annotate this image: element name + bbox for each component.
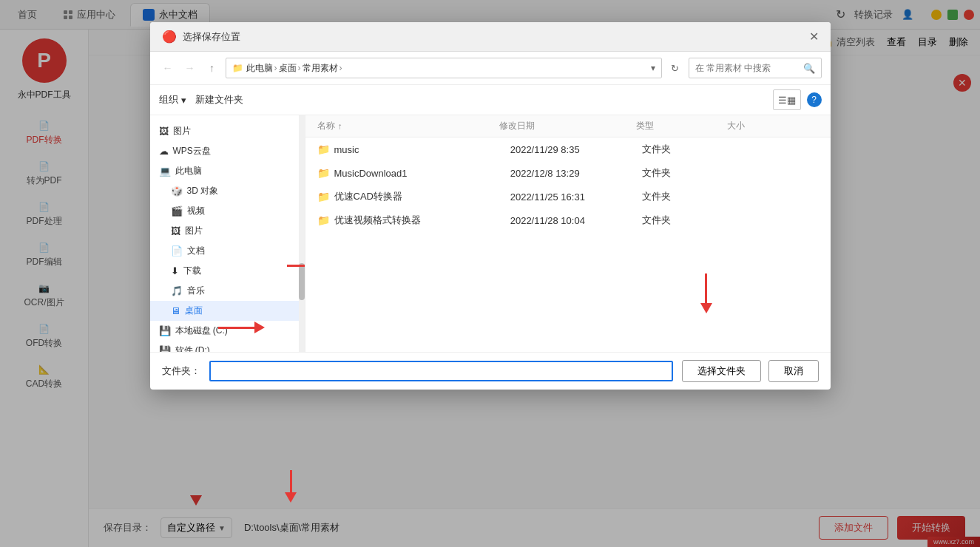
music-label: 音乐 (187, 285, 205, 297)
scrollbar-track[interactable] (299, 115, 305, 352)
organize-btn[interactable]: 组织 ▾ (159, 93, 186, 106)
col-date[interactable]: 修改日期 (499, 120, 636, 132)
spacer (305, 232, 831, 321)
help-btn[interactable]: ? (807, 92, 822, 107)
tree-item-soft-d[interactable]: 💾 软件 (D:) (150, 341, 305, 352)
dialog-title-icon: 🔴 (162, 30, 177, 44)
soft-d-label: 软件 (D:) (175, 344, 210, 352)
arrow-to-desktop (287, 259, 305, 271)
folder-icon-2: 📁 (317, 167, 330, 179)
dialog-close-btn[interactable]: ✕ (809, 30, 819, 44)
path-breadcrumb: 此电脑 › 桌面 › 常用素材 › (246, 62, 342, 75)
col-name-label: 名称 (317, 120, 335, 132)
images-label: 图片 (185, 225, 203, 237)
view-toggle-btn[interactable]: ☰▦ (773, 89, 801, 110)
file-name-3: 优速CAD转换器 (334, 190, 510, 203)
table-row[interactable]: 📁 MusicDownload1 2022/12/8 13:29 文件夹 (305, 161, 831, 185)
tree-item-3d[interactable]: 🎲 3D 对象 (150, 181, 305, 201)
dialog-title-text: 选择保存位置 (183, 30, 803, 44)
video-icon: 🎬 (171, 205, 183, 217)
tree-item-downloads[interactable]: ⬇ 下载 (150, 261, 305, 281)
table-row[interactable]: 📁 优速CAD转换器 2022/11/25 16:31 文件夹 (305, 185, 831, 208)
arrow-to-input (700, 274, 712, 313)
tree-item-desktop[interactable]: 🖥 桌面 (150, 301, 305, 321)
dialog-title-bar: 🔴 选择保存位置 ✕ (150, 22, 831, 52)
organize-label: 组织 (159, 93, 178, 106)
path-refresh-btn[interactable]: ↻ (666, 59, 684, 77)
file-name-2: MusicDownload1 (334, 168, 510, 179)
file-list-header: 名称 ↑ 修改日期 类型 大小 (305, 115, 831, 137)
file-date-4: 2022/11/28 10:04 (510, 215, 643, 226)
soft-d-icon: 💾 (159, 345, 171, 352)
tree-item-wps[interactable]: ☁ WPS云盘 (150, 141, 305, 161)
file-list: 名称 ↑ 修改日期 类型 大小 📁 music (305, 115, 831, 352)
path-display[interactable]: 📁 此电脑 › 桌面 › 常用素材 › ▾ (226, 58, 662, 78)
tree-item-music[interactable]: 🎵 音乐 (150, 281, 305, 301)
pictures-label: 图片 (173, 125, 191, 137)
file-type-3: 文件夹 (642, 190, 730, 203)
dialog-toolbar: ← → ↑ 📁 此电脑 › 桌面 › 常用素材 › ▾ ↻ 🔍 (150, 52, 831, 85)
file-name-4: 优速视频格式转换器 (334, 214, 510, 227)
footer-label: 文件夹： (162, 364, 200, 378)
folder-icon-3: 📁 (317, 191, 330, 203)
new-folder-btn[interactable]: 新建文件夹 (195, 93, 243, 106)
tree-item-pc[interactable]: 💻 此电脑 (150, 161, 305, 181)
tree-item-video[interactable]: 🎬 视频 (150, 201, 305, 221)
search-input[interactable] (695, 63, 800, 73)
dialog-footer: 文件夹： 选择文件夹 取消 (150, 352, 831, 390)
back-btn[interactable]: ← (159, 59, 177, 77)
col-date-label: 修改日期 (499, 120, 535, 131)
tree-item-local-c[interactable]: 💾 本地磁盘 (C:) (150, 321, 305, 341)
table-row[interactable]: 📁 music 2022/11/29 8:35 文件夹 (305, 137, 831, 161)
dialog-action-bar: 组织 ▾ 新建文件夹 ☰▦ ? (150, 85, 831, 115)
path-dropdown-btn[interactable]: ▾ (651, 63, 655, 73)
desktop-icon: 🖥 (171, 305, 180, 316)
images-icon: 🖼 (171, 225, 180, 237)
path-segment-material[interactable]: 常用素材 (303, 62, 338, 75)
folder-icon: 📁 (232, 63, 243, 73)
tree-item-pictures[interactable]: 🖼 图片 (150, 121, 305, 141)
col-type-label: 类型 (636, 120, 654, 131)
docs-tree-icon: 📄 (171, 245, 183, 256)
tree-item-docs[interactable]: 📄 文档 (150, 241, 305, 261)
downloads-icon: ⬇ (171, 265, 179, 276)
col-size-label: 大小 (727, 120, 745, 131)
file-type-4: 文件夹 (642, 214, 730, 227)
path-segment-desktop[interactable]: 桌面 (279, 62, 297, 75)
file-tree: 🖼 图片 ☁ WPS云盘 💻 此电脑 🎲 3D 对象 🎬 视频 (150, 115, 305, 352)
dialog-body: 🖼 图片 ☁ WPS云盘 💻 此电脑 🎲 3D 对象 🎬 视频 (150, 115, 831, 352)
col-size[interactable]: 大小 (727, 120, 818, 132)
tree-item-images[interactable]: 🖼 图片 (150, 221, 305, 241)
footer-buttons: 选择文件夹 取消 (682, 360, 819, 382)
search-box: 🔍 (689, 58, 822, 78)
col-type[interactable]: 类型 (636, 120, 727, 132)
path-segment-pc[interactable]: 此电脑 (246, 62, 273, 75)
folder-name-input[interactable] (209, 361, 673, 381)
downloads-label: 下载 (183, 265, 201, 277)
organize-arrow: ▾ (181, 95, 186, 106)
file-name-1: music (334, 144, 510, 155)
forward-btn[interactable]: → (181, 59, 199, 77)
file-dialog: 🔴 选择保存位置 ✕ ← → ↑ 📁 此电脑 › 桌面 › 常用素材 › ▾ (150, 22, 831, 390)
file-type-1: 文件夹 (642, 143, 730, 156)
wps-icon: ☁ (159, 146, 169, 157)
desktop-label: 桌面 (185, 305, 203, 317)
local-c-icon: 💾 (159, 325, 171, 336)
cancel-btn[interactable]: 取消 (768, 360, 819, 382)
sort-icon: ↑ (338, 121, 342, 132)
up-btn[interactable]: ↑ (203, 59, 221, 77)
table-row[interactable]: 📁 优速视频格式转换器 2022/11/28 10:04 文件夹 (305, 208, 831, 232)
file-date-3: 2022/11/25 16:31 (510, 191, 643, 203)
3d-icon: 🎲 (171, 186, 183, 197)
docs-tree-label: 文档 (187, 245, 205, 257)
wps-label: WPS云盘 (173, 145, 211, 157)
col-name[interactable]: 名称 ↑ (317, 120, 500, 132)
pictures-icon: 🖼 (159, 126, 169, 137)
pc-label: 此电脑 (175, 165, 202, 177)
pc-icon: 💻 (159, 166, 171, 177)
file-type-2: 文件夹 (642, 166, 730, 180)
folder-icon-1: 📁 (317, 143, 330, 155)
file-date-1: 2022/11/29 8:35 (510, 144, 643, 155)
select-folder-btn[interactable]: 选择文件夹 (682, 360, 761, 382)
dialog-overlay: 🔴 选择保存位置 ✕ ← → ↑ 📁 此电脑 › 桌面 › 常用素材 › ▾ (0, 0, 980, 547)
